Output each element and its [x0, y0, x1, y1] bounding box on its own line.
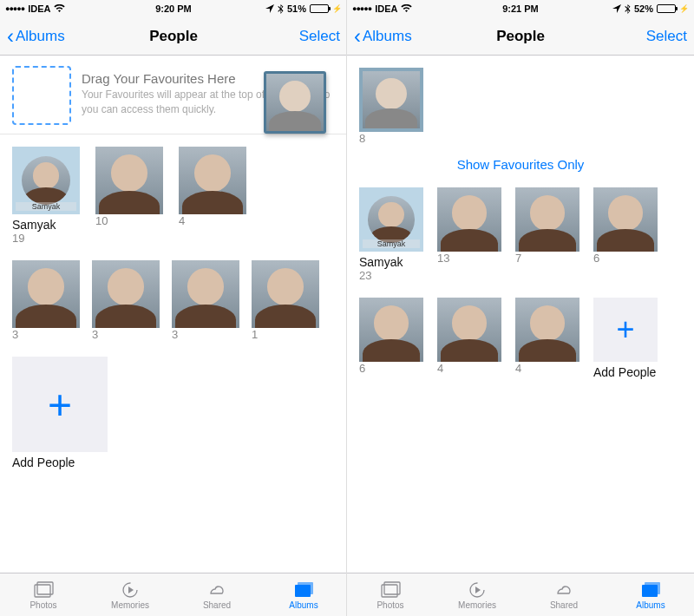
tab-label: Memories — [458, 600, 496, 610]
tab-label: Shared — [203, 600, 231, 610]
favourite-person-tile[interactable]: 8 — [359, 68, 423, 145]
person-tile[interactable]: 3 — [92, 260, 160, 341]
person-name: Samyak — [12, 218, 80, 232]
person-count: 6 — [359, 362, 423, 375]
people-row-1: Samyak Samyak 19 10 4 — [0, 147, 347, 245]
person-count: 6 — [593, 252, 658, 265]
photos-icon — [32, 580, 55, 600]
person-count: 3 — [12, 328, 80, 341]
person-count: 4 — [515, 362, 579, 375]
tab-albums[interactable]: Albums — [260, 573, 347, 616]
select-button[interactable]: Select — [646, 28, 687, 45]
person-tile[interactable]: 6 — [359, 298, 423, 379]
tab-memories[interactable]: Memories — [434, 573, 520, 616]
status-bar: ●●●●● IDEA 9:20 PM 51% ⚡ — [0, 0, 347, 17]
nav-bar: ‹ Albums People Select — [347, 17, 694, 56]
bluetooth-icon — [625, 4, 631, 14]
person-count: 3 — [172, 328, 239, 341]
add-people-label: Add People — [12, 455, 108, 469]
people-row-3: + Add People — [0, 357, 347, 469]
tab-label: Memories — [111, 600, 149, 610]
select-button[interactable]: Select — [299, 28, 340, 45]
person-inner-label: Samyak — [16, 202, 76, 211]
plus-icon: + — [48, 381, 72, 429]
status-bar: ●●●●● IDEA 9:21 PM 52% ⚡ — [347, 0, 694, 17]
add-people-button[interactable]: + Add People — [593, 298, 658, 379]
person-count: 10 — [95, 214, 163, 227]
person-count: 23 — [359, 269, 423, 282]
add-people-button[interactable]: + Add People — [12, 357, 108, 469]
shared-icon — [553, 580, 575, 600]
content-area: Drag Your Favourites Here Your Favourite… — [0, 56, 347, 573]
tab-shared[interactable]: Shared — [520, 573, 607, 616]
svg-rect-4 — [298, 582, 313, 594]
person-count: 1 — [252, 328, 319, 341]
person-count: 8 — [359, 132, 423, 145]
dragging-person-thumbnail[interactable] — [264, 71, 326, 134]
tab-label: Shared — [550, 600, 578, 610]
bluetooth-icon — [278, 4, 284, 14]
person-tile[interactable]: 4 — [179, 147, 246, 245]
albums-icon — [639, 580, 662, 600]
wifi-icon — [401, 4, 412, 13]
signal-dots-icon: ●●●●● — [5, 4, 24, 13]
clock: 9:21 PM — [502, 3, 539, 14]
add-people-label: Add People — [593, 365, 658, 379]
nav-bar: ‹ Albums People Select — [0, 17, 347, 56]
page-title: People — [496, 28, 545, 45]
person-tile[interactable]: 10 — [95, 147, 163, 245]
tab-memories[interactable]: Memories — [87, 573, 174, 616]
battery-icon — [310, 4, 329, 13]
person-tile[interactable]: 7 — [515, 187, 579, 282]
back-label: Albums — [16, 28, 65, 45]
tab-bar: Photos Memories Shared Albums — [347, 573, 694, 616]
tab-bar: Photos Memories Shared Albums — [0, 573, 347, 616]
carrier-label: IDEA — [375, 3, 397, 14]
back-button[interactable]: ‹ Albums — [354, 28, 412, 45]
person-tile[interactable]: Samyak Samyak 19 — [12, 147, 80, 245]
charging-icon: ⚡ — [679, 4, 689, 13]
memories-icon — [466, 580, 488, 600]
people-row-1: Samyak Samyak 23 13 7 6 — [347, 187, 694, 282]
tab-shared[interactable]: Shared — [174, 573, 260, 616]
person-name: Samyak — [359, 255, 423, 269]
svg-rect-9 — [645, 582, 660, 594]
tab-photos[interactable]: Photos — [347, 573, 434, 616]
tab-albums[interactable]: Albums — [607, 573, 694, 616]
favourites-dropzone[interactable]: Drag Your Favourites Here Your Favourite… — [12, 66, 335, 125]
person-count: 19 — [12, 232, 80, 245]
carrier-label: IDEA — [28, 3, 50, 14]
signal-dots-icon: ●●●●● — [352, 4, 371, 13]
memories-icon — [119, 580, 141, 600]
photos-icon — [379, 580, 402, 600]
person-tile[interactable]: 13 — [437, 187, 501, 282]
person-tile[interactable]: 4 — [515, 298, 579, 379]
drop-target[interactable] — [12, 66, 71, 125]
person-inner-label: Samyak — [363, 239, 420, 248]
tab-label: Albums — [636, 600, 665, 610]
content-area: 8 Show Favourites Only Samyak Samyak 23 … — [347, 56, 694, 573]
clock: 9:20 PM — [155, 3, 192, 14]
charging-icon: ⚡ — [332, 4, 342, 13]
tab-label: Photos — [376, 600, 403, 610]
person-tile[interactable]: Samyak Samyak 23 — [359, 187, 423, 282]
person-count: 4 — [437, 362, 501, 375]
person-count: 3 — [92, 328, 160, 341]
battery-pct: 51% — [287, 3, 306, 14]
screen-left: ●●●●● IDEA 9:20 PM 51% ⚡ ‹ Albums People… — [0, 0, 347, 616]
person-tile[interactable]: 1 — [252, 260, 319, 341]
show-favourites-button[interactable]: Show Favourites Only — [347, 145, 694, 187]
location-icon — [612, 4, 621, 13]
tab-photos[interactable]: Photos — [0, 573, 87, 616]
page-title: People — [149, 28, 198, 45]
person-count: 7 — [515, 252, 579, 265]
tab-label: Photos — [29, 600, 56, 610]
screen-right: ●●●●● IDEA 9:21 PM 52% ⚡ ‹ Albums People… — [347, 0, 694, 616]
person-tile[interactable]: 6 — [593, 187, 658, 282]
back-label: Albums — [363, 28, 412, 45]
person-count: 4 — [179, 214, 246, 227]
person-tile[interactable]: 4 — [437, 298, 501, 379]
back-button[interactable]: ‹ Albums — [7, 28, 65, 45]
person-tile[interactable]: 3 — [172, 260, 239, 341]
person-tile[interactable]: 3 — [12, 260, 80, 341]
